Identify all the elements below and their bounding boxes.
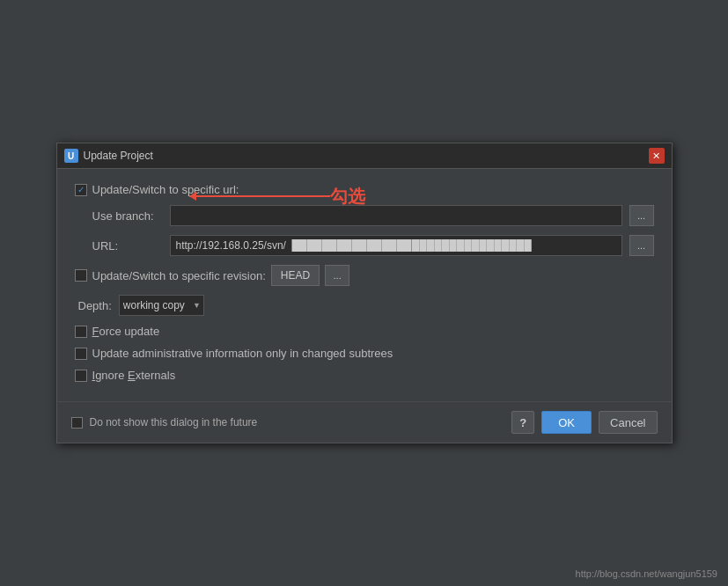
admin-info-row[interactable]: Update administrative information only i… bbox=[75, 347, 654, 360]
force-update-checkbox[interactable] bbox=[75, 326, 87, 338]
url-browse-button[interactable]: ... bbox=[629, 235, 654, 256]
ignore-externals-row[interactable]: Ignore Externals bbox=[75, 369, 654, 382]
dialog-body: 勾选 Update/Switch to specific url: Use br… bbox=[57, 169, 672, 401]
update-revision-row[interactable]: Update/Switch to specific revision: HEAD… bbox=[75, 265, 654, 286]
do-not-show-checkbox[interactable] bbox=[71, 417, 83, 429]
admin-info-label: Update administrative information only i… bbox=[92, 347, 393, 360]
update-switch-url-checkbox[interactable] bbox=[75, 184, 87, 196]
update-revision-checkbox[interactable] bbox=[75, 269, 87, 282]
dialog-title: Update Project bbox=[84, 150, 153, 162]
url-input[interactable] bbox=[170, 235, 622, 256]
depth-select[interactable]: working copy infinity immediates files e… bbox=[119, 295, 204, 316]
dialog-footer: Do not show this dialog in the future ? … bbox=[57, 401, 672, 443]
revision-browse-button[interactable]: ... bbox=[325, 265, 349, 286]
title-bar-left: U Update Project bbox=[64, 149, 153, 163]
help-button[interactable]: ? bbox=[511, 411, 534, 434]
admin-info-checkbox[interactable] bbox=[75, 348, 87, 360]
update-project-dialog: U Update Project ✕ 勾选 Update/Switch to s… bbox=[56, 143, 673, 443]
ok-button[interactable]: OK bbox=[541, 411, 592, 434]
depth-label: Depth: bbox=[78, 299, 112, 312]
close-button[interactable]: ✕ bbox=[649, 148, 665, 164]
title-bar: U Update Project ✕ bbox=[57, 143, 672, 169]
depth-row: Depth: working copy infinity immediates … bbox=[75, 295, 654, 316]
watermark: http://blog.csdn.net/wangjun5159 bbox=[576, 568, 717, 579]
app-icon: U bbox=[64, 149, 78, 163]
use-branch-label: Use branch: bbox=[92, 209, 163, 223]
depth-select-wrapper[interactable]: working copy infinity immediates files e… bbox=[119, 295, 204, 316]
force-update-label: Force update bbox=[92, 325, 160, 338]
update-switch-url-label: Update/Switch to specific url: bbox=[92, 183, 239, 196]
cancel-button[interactable]: Cancel bbox=[599, 411, 657, 434]
head-button[interactable]: HEAD bbox=[271, 265, 320, 286]
url-label: URL: bbox=[92, 239, 163, 253]
update-switch-url-row[interactable]: Update/Switch to specific url: bbox=[75, 183, 654, 196]
use-branch-input[interactable] bbox=[170, 205, 622, 226]
use-branch-browse-button[interactable]: ... bbox=[629, 205, 654, 226]
use-branch-row: Use branch: ... bbox=[75, 205, 654, 226]
dialog-wrapper: U Update Project ✕ 勾选 Update/Switch to s… bbox=[0, 0, 728, 586]
ignore-externals-label: Ignore Externals bbox=[92, 369, 176, 382]
force-update-row[interactable]: Force update bbox=[75, 325, 654, 338]
update-revision-label: Update/Switch to specific revision: bbox=[92, 269, 266, 282]
ignore-externals-checkbox[interactable] bbox=[75, 370, 87, 382]
do-not-show-label: Do not show this dialog in the future bbox=[90, 416, 505, 429]
url-row: URL: ... bbox=[75, 235, 654, 256]
